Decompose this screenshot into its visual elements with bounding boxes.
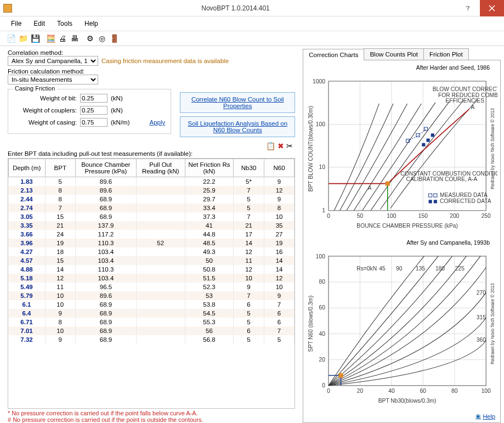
cell[interactable]: 29.7 — [185, 195, 234, 204]
weight-casing-input[interactable] — [80, 118, 107, 127]
table-row[interactable]: 1.83589.622.25*9 — [9, 177, 295, 187]
cell[interactable]: 21 — [234, 221, 264, 230]
cell[interactable]: 19 — [264, 239, 295, 247]
cell[interactable] — [136, 309, 185, 318]
paste-icon[interactable]: 📋 — [266, 142, 275, 150]
table-row[interactable]: 7.32968.956.855 — [9, 335, 295, 344]
cell[interactable]: 7 — [264, 300, 295, 309]
table-row[interactable]: 4.8814110.350.81214 — [9, 265, 295, 274]
cell[interactable]: 35 — [264, 221, 295, 230]
cell[interactable]: 11 — [45, 283, 75, 291]
table-row[interactable]: 4.5715103.4501114 — [9, 256, 295, 265]
cell[interactable]: 11 — [234, 256, 264, 265]
cell[interactable]: 7 — [234, 186, 264, 195]
cell[interactable] — [136, 326, 185, 335]
cell[interactable]: 54.5 — [185, 309, 234, 318]
cell[interactable]: 4.27 — [9, 247, 46, 256]
cell[interactable] — [136, 291, 185, 300]
cell[interactable]: 4.57 — [9, 256, 46, 265]
correlation-select[interactable]: Alex Sy and Campanella, 1993 — [8, 56, 98, 66]
cell[interactable]: 8 — [45, 318, 75, 326]
cell[interactable]: 10 — [264, 283, 295, 291]
cell[interactable] — [136, 283, 185, 291]
col-header[interactable]: Depth (m) — [9, 159, 46, 177]
cell[interactable] — [136, 212, 185, 221]
cell[interactable]: 6 — [234, 326, 264, 335]
cell[interactable]: 48.5 — [185, 239, 234, 247]
table-row[interactable]: 6.71868.955.356 — [9, 318, 295, 326]
cell[interactable]: 7 — [264, 326, 295, 335]
cell[interactable]: 3.96 — [9, 239, 46, 247]
open-file-icon[interactable]: 📁 — [18, 33, 29, 44]
spreadsheet-icon[interactable]: 🧮 — [45, 33, 56, 44]
friction-method-select[interactable]: In-situ Measurements — [8, 75, 98, 84]
col-header[interactable]: N60 — [264, 159, 295, 177]
table-row[interactable]: 2.44868.929.759 — [9, 195, 295, 204]
cell[interactable]: 12 — [234, 265, 264, 274]
cell[interactable]: 52.3 — [185, 283, 234, 291]
cell[interactable]: 117.2 — [75, 230, 136, 239]
cell[interactable]: 8 — [264, 204, 295, 212]
help-titlebar-button[interactable]: ? — [456, 0, 480, 16]
cell[interactable]: 5.49 — [9, 283, 46, 291]
cut-icon[interactable]: ✂ — [286, 142, 293, 150]
cell[interactable]: 55.3 — [185, 318, 234, 326]
cell[interactable]: 68.9 — [75, 318, 136, 326]
table-row[interactable]: 5.1812103.451.51012 — [9, 274, 295, 283]
cell[interactable]: 14 — [264, 256, 295, 265]
cell[interactable]: 6.1 — [9, 300, 46, 309]
cell[interactable]: 7 — [234, 212, 264, 221]
cell[interactable]: 15 — [45, 212, 75, 221]
menu-tools[interactable]: Tools — [52, 18, 78, 30]
table-row[interactable]: 5.791089.65379 — [9, 291, 295, 300]
cell[interactable] — [136, 300, 185, 309]
col-header[interactable]: Bounce Chamber Pressure (kPa) — [75, 159, 136, 177]
cell[interactable] — [136, 318, 185, 326]
cell[interactable]: 14 — [45, 265, 75, 274]
print-icon[interactable]: 🖶 — [69, 33, 80, 44]
cell[interactable] — [136, 221, 185, 230]
cell[interactable]: 2.44 — [9, 195, 46, 204]
cell[interactable]: 5 — [234, 309, 264, 318]
col-header[interactable]: Nb30 — [234, 159, 264, 177]
col-header[interactable]: BPT — [45, 159, 75, 177]
cell[interactable]: 12 — [264, 186, 295, 195]
cell[interactable]: 50.8 — [185, 265, 234, 274]
cell[interactable]: 12 — [234, 247, 264, 256]
target-icon[interactable]: ◎ — [97, 33, 107, 44]
cell[interactable]: 3.05 — [9, 212, 46, 221]
cell[interactable]: 68.9 — [75, 300, 136, 309]
cell[interactable] — [136, 204, 185, 212]
menu-edit[interactable]: Edit — [28, 18, 50, 30]
cell[interactable]: 9 — [45, 309, 75, 318]
liquefaction-link[interactable]: Soil Liquefaction Analysis Based on N60 … — [180, 116, 295, 137]
cell[interactable]: 68.9 — [75, 326, 136, 335]
exit-icon[interactable]: 🚪 — [109, 33, 120, 44]
cell[interactable]: 4.88 — [9, 265, 46, 274]
help-link[interactable]: ◉ Help — [306, 413, 497, 420]
cell[interactable]: 6.4 — [9, 309, 46, 318]
cell[interactable]: 89.6 — [75, 177, 136, 187]
cell[interactable]: 89.6 — [75, 291, 136, 300]
cell[interactable] — [136, 256, 185, 265]
table-row[interactable]: 5.491196.552.3910 — [9, 283, 295, 291]
cell[interactable]: 53 — [185, 291, 234, 300]
cell[interactable]: 25.9 — [185, 186, 234, 195]
cell[interactable]: 9 — [264, 291, 295, 300]
tab-friction-plot[interactable]: Friction Plot — [423, 48, 469, 60]
cell[interactable]: 16 — [264, 247, 295, 256]
menu-help[interactable]: Help — [79, 18, 104, 30]
table-row[interactable]: 4.2718103.449.31216 — [9, 247, 295, 256]
apply-link[interactable]: Apply — [150, 119, 166, 126]
cell[interactable]: 10 — [264, 212, 295, 221]
cell[interactable]: 2.13 — [9, 186, 46, 195]
cell[interactable]: 17 — [234, 230, 264, 239]
cell[interactable]: 7 — [45, 204, 75, 212]
close-button[interactable] — [480, 0, 504, 16]
cell[interactable]: 1.83 — [9, 177, 46, 187]
cell[interactable]: 2.74 — [9, 204, 46, 212]
cell[interactable] — [136, 247, 185, 256]
table-row[interactable]: 3.6624117.244.81727 — [9, 230, 295, 239]
save-file-icon[interactable]: 💾 — [30, 33, 41, 44]
cell[interactable]: 18 — [45, 247, 75, 256]
